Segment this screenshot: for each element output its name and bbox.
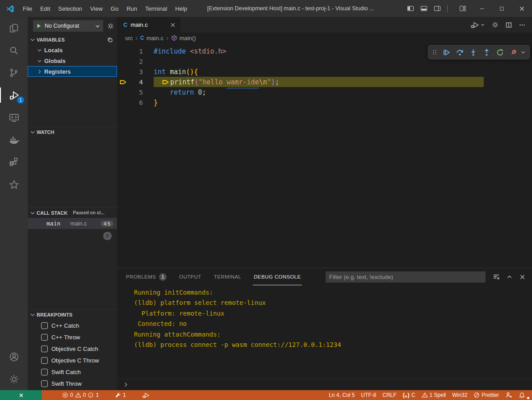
breakpoint-checkbox[interactable] (41, 357, 48, 364)
extensions-icon[interactable] (0, 151, 28, 173)
source-control-icon[interactable] (0, 62, 28, 84)
variables-item-registers[interactable]: Registers (28, 66, 117, 77)
chevron-down-icon (37, 58, 42, 64)
breakpoints-section-header[interactable]: BREAKPOINTS (28, 309, 117, 320)
breadcrumb-symbol[interactable]: main() (171, 35, 196, 42)
clear-console-icon[interactable] (493, 273, 500, 280)
toggle-panel-icon[interactable] (420, 5, 427, 12)
breakpoint-swift-catch[interactable]: Swift Catch (28, 366, 117, 378)
split-editor-icon[interactable] (505, 21, 512, 29)
panel-tab-problems[interactable]: PROBLEMS1 (125, 268, 168, 285)
panel-tabs: PROBLEMS1OUTPUTTERMINALDEBUG CONSOLE (125, 268, 313, 285)
editor-gear-icon[interactable] (491, 21, 499, 29)
remote-indicator[interactable] (0, 390, 42, 400)
panel-tab-label: PROBLEMS (126, 274, 156, 279)
breakpoint-c-throw[interactable]: C++ Throw (28, 331, 117, 343)
menu-go[interactable]: Go (107, 0, 122, 17)
encoding-indicator[interactable]: UTF-8 (358, 392, 379, 398)
activity-bar: 1 (0, 17, 28, 390)
eol-indicator[interactable]: CRLF (379, 392, 399, 398)
toolbar-drag-grip[interactable] (430, 46, 439, 58)
menu-edit[interactable]: Edit (36, 0, 54, 17)
menu-terminal[interactable]: Terminal (141, 0, 171, 17)
watch-section-header[interactable]: WATCH (28, 127, 117, 137)
notifications-bell-icon[interactable] (515, 392, 528, 399)
call-stack-title: CALL STACK (37, 210, 67, 216)
panel-tab-output[interactable]: OUTPUT (178, 268, 202, 285)
breakpoint-checkbox[interactable] (41, 380, 48, 387)
c-file-icon: C (140, 35, 144, 41)
toggle-sidebar-icon[interactable] (407, 5, 414, 12)
call-stack-section-header[interactable]: CALL STACK Paused on st... (28, 207, 117, 218)
maximize-panel-icon[interactable] (506, 274, 513, 280)
breakpoint-checkbox[interactable] (41, 322, 48, 329)
breakpoint-c-catch[interactable]: C++ Catch (28, 320, 117, 331)
code-editor[interactable]: 1#include <stdio.h>23int main(){4 printf… (117, 43, 532, 268)
breakpoint-label: C++ Catch (51, 322, 79, 329)
variables-item-globals[interactable]: Globals (28, 55, 117, 66)
maximize-button[interactable] (492, 0, 512, 17)
run-or-debug-button[interactable] (470, 21, 485, 29)
search-icon[interactable] (0, 39, 28, 62)
formatter-status[interactable]: Prettier (470, 392, 502, 398)
language-mode[interactable]: C (400, 392, 419, 398)
stackframe-arrow-gutter-icon[interactable] (117, 78, 130, 86)
menu-help[interactable]: Help (171, 0, 191, 17)
docker-icon[interactable] (0, 129, 28, 151)
debug-console-input[interactable] (117, 379, 532, 390)
tab-label: main.c (130, 21, 167, 28)
breakpoint-objective-c-throw[interactable]: Objective C Throw (28, 354, 117, 366)
minimize-button[interactable] (472, 0, 492, 17)
debug-session-icon[interactable] (139, 392, 153, 399)
tab-main-c[interactable]: C main.c (117, 17, 181, 33)
copy-value-icon[interactable] (107, 37, 113, 43)
continue-button[interactable] (440, 46, 452, 58)
account-icon[interactable] (0, 346, 28, 368)
close-window-button[interactable] (512, 0, 532, 17)
breadcrumb-folder[interactable]: src (125, 35, 133, 42)
code-line-3: 3int main(){ (117, 67, 532, 77)
customize-layout-icon[interactable] (459, 5, 466, 12)
star-icon[interactable] (0, 173, 28, 196)
breakpoint-checkbox[interactable] (41, 369, 48, 375)
tools-status[interactable]: 1 (112, 392, 129, 398)
launch-config-gear-icon[interactable] (107, 22, 114, 30)
console-filter-input[interactable] (326, 271, 486, 283)
breakpoint-swift-throw[interactable]: Swift Throw (28, 378, 117, 389)
disconnect-button[interactable] (507, 46, 519, 58)
toolbar-chevron-icon[interactable] (520, 50, 526, 55)
breakpoint-checkbox[interactable] (41, 346, 48, 352)
settings-gear-icon[interactable] (0, 368, 28, 390)
restart-button[interactable] (494, 46, 506, 58)
cursor-position[interactable]: Ln 4, Col 5 (326, 392, 358, 398)
debug-config-dropdown[interactable]: No Configurat (33, 20, 103, 32)
variables-section-header[interactable]: VARIABLES (28, 35, 117, 45)
menu-run[interactable]: Run (122, 0, 141, 17)
explorer-icon[interactable] (0, 17, 28, 39)
menu-selection[interactable]: Selection (54, 0, 86, 17)
breadcrumb-file[interactable]: C main.c (140, 35, 163, 42)
panel-tab-debug-console[interactable]: DEBUG CONSOLE (253, 268, 302, 285)
remote-explorer-icon[interactable] (0, 106, 28, 129)
step-over-button[interactable] (453, 46, 466, 58)
more-actions-icon[interactable] (519, 21, 526, 29)
variables-item-locals[interactable]: Locals (28, 45, 117, 55)
share-account-icon[interactable] (502, 392, 515, 399)
tab-close-icon[interactable] (170, 22, 176, 28)
breakpoint-checkbox[interactable] (41, 334, 48, 341)
step-out-button[interactable] (480, 46, 493, 58)
menu-view[interactable]: View (86, 0, 107, 17)
panel-tab-terminal[interactable]: TERMINAL (213, 268, 242, 285)
breakpoints-list: C++ CatchC++ ThrowObjective C CatchObjec… (28, 320, 117, 389)
start-debug-icon[interactable] (36, 23, 42, 29)
problems-status[interactable]: 0 0 1 (59, 392, 102, 398)
stack-frame-row[interactable]: main main.c 4:5 (28, 218, 117, 229)
spell-checker-status[interactable]: 1 Spell (419, 392, 449, 398)
run-and-debug-icon[interactable]: 1 (0, 84, 28, 106)
step-into-button[interactable] (467, 46, 479, 58)
menu-file[interactable]: File (19, 0, 36, 17)
breakpoint-objective-c-catch[interactable]: Objective C Catch (28, 343, 117, 354)
platform-indicator[interactable]: Win32 (449, 392, 470, 398)
close-panel-icon[interactable] (519, 274, 526, 280)
toggle-secondary-sidebar-icon[interactable] (434, 5, 441, 12)
